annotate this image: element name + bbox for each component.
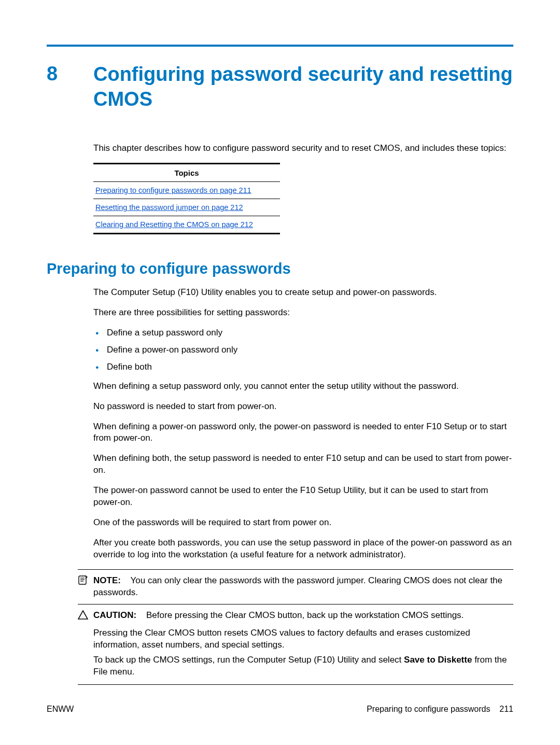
callout-stack: NOTE: You can only clear the passwords w…: [47, 569, 513, 685]
footer-left: ENWW: [47, 705, 74, 714]
section-heading: Preparing to configure passwords: [47, 260, 513, 277]
note-label: NOTE:: [93, 575, 121, 585]
note-body: You can only clear the passwords with th…: [93, 575, 502, 597]
topics-table: Topics Preparing to configure passwords …: [93, 163, 280, 234]
svg-marker-4: [78, 611, 88, 619]
top-rule: [47, 45, 513, 47]
svg-rect-0: [79, 576, 86, 584]
paragraph: There are three possibilities for settin…: [93, 307, 513, 319]
caution-icon: [78, 610, 93, 623]
page: 8 Configuring password security and rese…: [0, 0, 560, 745]
caution-lead-text: CAUTION: Before pressing the Clear CMOS …: [93, 610, 513, 622]
paragraph: When defining a power-on password only, …: [93, 421, 513, 445]
topics-header: Topics: [93, 164, 280, 181]
list-item: Define a power-on password only: [93, 344, 513, 356]
caution-paragraph: Pressing the Clear CMOS button resets CM…: [93, 627, 513, 651]
paragraph: The Computer Setup (F10) Utility enables…: [93, 287, 513, 299]
chapter-title: Configuring password security and resett…: [93, 62, 513, 111]
paragraph: No password is needed to start from powe…: [93, 401, 513, 413]
bullet-list: Define a setup password only Define a po…: [93, 327, 513, 373]
list-item: Define a setup password only: [93, 327, 513, 339]
paragraph: One of the passwords will be required to…: [93, 517, 513, 529]
topic-row: Resetting the password jumper on page 21…: [93, 199, 280, 216]
chapter-header: 8 Configuring password security and rese…: [47, 62, 513, 111]
note-text: NOTE: You can only clear the passwords w…: [93, 575, 513, 599]
page-footer: ENWW Preparing to configure passwords 21…: [47, 705, 513, 714]
section-body: The Computer Setup (F10) Utility enables…: [93, 287, 513, 561]
list-item: Define both: [93, 361, 513, 373]
chapter-number: 8: [47, 62, 93, 86]
paragraph: After you create both passwords, you can…: [93, 537, 513, 561]
topic-row: Preparing to configure passwords on page…: [93, 182, 280, 199]
note-icon: [78, 575, 93, 588]
footer-right: Preparing to configure passwords 211: [367, 705, 513, 714]
caution-callout: CAUTION: Before pressing the Clear CMOS …: [78, 605, 513, 685]
caution-p2-pre: To back up the CMOS settings, run the Co…: [93, 655, 404, 665]
intro-block: This chapter describes how to configure …: [93, 143, 513, 234]
paragraph: The power-on password cannot be used to …: [93, 485, 513, 509]
footer-section-name: Preparing to configure passwords: [367, 705, 490, 713]
footer-page-number: 211: [499, 705, 513, 713]
paragraph: When defining both, the setup password i…: [93, 453, 513, 476]
topic-link-preparing[interactable]: Preparing to configure passwords on page…: [95, 186, 251, 194]
caution-paragraph: To back up the CMOS settings, run the Co…: [93, 654, 513, 678]
caution-label: CAUTION:: [93, 610, 136, 620]
intro-paragraph: This chapter describes how to configure …: [93, 143, 513, 154]
caution-lead: Before pressing the Clear CMOS button, b…: [146, 610, 464, 620]
table-bottom-border: [93, 233, 280, 234]
note-callout: NOTE: You can only clear the passwords w…: [78, 569, 513, 605]
topic-link-clearing-cmos[interactable]: Clearing and Resetting the CMOS on page …: [95, 220, 253, 229]
topic-row: Clearing and Resetting the CMOS on page …: [93, 216, 280, 233]
topic-link-resetting-jumper[interactable]: Resetting the password jumper on page 21…: [95, 203, 243, 212]
caution-p2-bold: Save to Diskette: [404, 655, 472, 665]
paragraph: When defining a setup password only, you…: [93, 381, 513, 392]
